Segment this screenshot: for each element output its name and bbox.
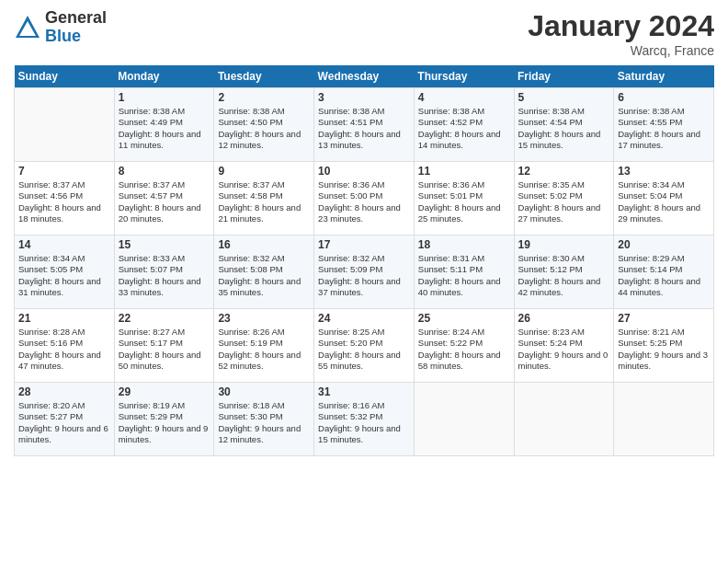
day-info: Sunrise: 8:32 AM Sunset: 5:08 PM Dayligh… — [218, 253, 310, 298]
calendar-cell: 12Sunrise: 8:35 AM Sunset: 5:02 PM Dayli… — [514, 162, 614, 236]
day-info: Sunrise: 8:21 AM Sunset: 5:25 PM Dayligh… — [618, 327, 710, 372]
col-monday: Monday — [114, 65, 214, 88]
calendar-cell: 18Sunrise: 8:31 AM Sunset: 5:11 PM Dayli… — [414, 236, 514, 309]
calendar-cell: 27Sunrise: 8:21 AM Sunset: 5:25 PM Dayli… — [614, 309, 714, 383]
day-info: Sunrise: 8:38 AM Sunset: 4:55 PM Dayligh… — [618, 106, 710, 151]
day-info: Sunrise: 8:16 AM Sunset: 5:32 PM Dayligh… — [318, 400, 410, 445]
logo-text: General Blue — [45, 9, 107, 46]
calendar-cell — [614, 383, 714, 456]
col-friday: Friday — [514, 65, 614, 88]
calendar-cell: 24Sunrise: 8:25 AM Sunset: 5:20 PM Dayli… — [314, 309, 415, 383]
day-number: 2 — [218, 91, 310, 104]
col-wednesday: Wednesday — [314, 65, 415, 88]
day-info: Sunrise: 8:24 AM Sunset: 5:22 PM Dayligh… — [418, 327, 510, 372]
calendar-cell: 13Sunrise: 8:34 AM Sunset: 5:04 PM Dayli… — [614, 162, 714, 236]
day-info: Sunrise: 8:32 AM Sunset: 5:09 PM Dayligh… — [318, 253, 410, 298]
day-info: Sunrise: 8:38 AM Sunset: 4:54 PM Dayligh… — [518, 106, 610, 151]
calendar-cell — [15, 88, 115, 162]
day-info: Sunrise: 8:38 AM Sunset: 4:50 PM Dayligh… — [218, 106, 310, 151]
day-number: 9 — [218, 165, 310, 178]
day-number: 22 — [119, 312, 210, 325]
calendar-cell: 6Sunrise: 8:38 AM Sunset: 4:55 PM Daylig… — [614, 88, 714, 162]
day-number: 6 — [618, 91, 710, 104]
day-info: Sunrise: 8:38 AM Sunset: 4:52 PM Dayligh… — [418, 106, 510, 151]
day-number: 28 — [18, 385, 110, 398]
calendar-cell: 1Sunrise: 8:38 AM Sunset: 4:49 PM Daylig… — [114, 88, 214, 162]
day-number: 1 — [119, 91, 210, 104]
day-number: 29 — [119, 385, 210, 398]
calendar-cell: 16Sunrise: 8:32 AM Sunset: 5:08 PM Dayli… — [214, 236, 314, 309]
day-number: 12 — [518, 165, 610, 178]
header: General Blue January 2024 Warcq, France — [14, 9, 714, 58]
day-info: Sunrise: 8:23 AM Sunset: 5:24 PM Dayligh… — [518, 327, 610, 372]
day-info: Sunrise: 8:25 AM Sunset: 5:20 PM Dayligh… — [318, 327, 410, 372]
day-info: Sunrise: 8:37 AM Sunset: 4:56 PM Dayligh… — [18, 179, 110, 224]
day-number: 15 — [119, 238, 210, 251]
header-row: Sunday Monday Tuesday Wednesday Thursday… — [15, 65, 714, 88]
day-number: 26 — [518, 312, 610, 325]
page-container: General Blue January 2024 Warcq, France … — [0, 0, 728, 465]
calendar-cell: 20Sunrise: 8:29 AM Sunset: 5:14 PM Dayli… — [614, 236, 714, 309]
calendar-cell — [414, 383, 514, 456]
day-number: 17 — [318, 238, 410, 251]
day-number: 21 — [18, 312, 110, 325]
calendar-cell: 31Sunrise: 8:16 AM Sunset: 5:32 PM Dayli… — [314, 383, 415, 456]
calendar-cell: 3Sunrise: 8:38 AM Sunset: 4:51 PM Daylig… — [314, 88, 415, 162]
calendar-cell: 11Sunrise: 8:36 AM Sunset: 5:01 PM Dayli… — [414, 162, 514, 236]
day-info: Sunrise: 8:28 AM Sunset: 5:16 PM Dayligh… — [18, 327, 110, 372]
calendar-cell: 25Sunrise: 8:24 AM Sunset: 5:22 PM Dayli… — [414, 309, 514, 383]
calendar-cell: 30Sunrise: 8:18 AM Sunset: 5:30 PM Dayli… — [214, 383, 314, 456]
day-number: 13 — [618, 165, 710, 178]
day-info: Sunrise: 8:31 AM Sunset: 5:11 PM Dayligh… — [418, 253, 510, 298]
calendar-week-4: 21Sunrise: 8:28 AM Sunset: 5:16 PM Dayli… — [15, 309, 714, 383]
day-info: Sunrise: 8:35 AM Sunset: 5:02 PM Dayligh… — [518, 179, 610, 224]
calendar-cell: 10Sunrise: 8:36 AM Sunset: 5:00 PM Dayli… — [314, 162, 415, 236]
location: Warcq, France — [528, 43, 714, 58]
calendar-cell: 8Sunrise: 8:37 AM Sunset: 4:57 PM Daylig… — [114, 162, 214, 236]
day-info: Sunrise: 8:29 AM Sunset: 5:14 PM Dayligh… — [618, 253, 710, 298]
day-number: 3 — [318, 91, 410, 104]
col-saturday: Saturday — [614, 65, 714, 88]
day-info: Sunrise: 8:34 AM Sunset: 5:05 PM Dayligh… — [18, 253, 110, 298]
day-number: 25 — [418, 312, 510, 325]
calendar-cell — [514, 383, 614, 456]
day-number: 10 — [318, 165, 410, 178]
day-number: 23 — [218, 312, 310, 325]
day-number: 19 — [518, 238, 610, 251]
calendar-body: 1Sunrise: 8:38 AM Sunset: 4:49 PM Daylig… — [15, 88, 714, 456]
calendar-header: Sunday Monday Tuesday Wednesday Thursday… — [15, 65, 714, 88]
day-info: Sunrise: 8:37 AM Sunset: 4:58 PM Dayligh… — [218, 179, 310, 224]
day-number: 14 — [18, 238, 110, 251]
calendar-cell: 29Sunrise: 8:19 AM Sunset: 5:29 PM Dayli… — [114, 383, 214, 456]
day-number: 5 — [518, 91, 610, 104]
calendar-cell: 23Sunrise: 8:26 AM Sunset: 5:19 PM Dayli… — [214, 309, 314, 383]
day-info: Sunrise: 8:26 AM Sunset: 5:19 PM Dayligh… — [218, 327, 310, 372]
col-thursday: Thursday — [414, 65, 514, 88]
day-info: Sunrise: 8:33 AM Sunset: 5:07 PM Dayligh… — [119, 253, 210, 298]
calendar-cell: 4Sunrise: 8:38 AM Sunset: 4:52 PM Daylig… — [414, 88, 514, 162]
day-info: Sunrise: 8:18 AM Sunset: 5:30 PM Dayligh… — [218, 400, 310, 445]
logo: General Blue — [14, 9, 107, 46]
logo-blue-text: Blue — [45, 28, 107, 46]
calendar-cell: 14Sunrise: 8:34 AM Sunset: 5:05 PM Dayli… — [15, 236, 115, 309]
day-info: Sunrise: 8:38 AM Sunset: 4:51 PM Dayligh… — [318, 106, 410, 151]
calendar-week-1: 1Sunrise: 8:38 AM Sunset: 4:49 PM Daylig… — [15, 88, 714, 162]
day-info: Sunrise: 8:27 AM Sunset: 5:17 PM Dayligh… — [119, 327, 210, 372]
calendar-week-5: 28Sunrise: 8:20 AM Sunset: 5:27 PM Dayli… — [15, 383, 714, 456]
day-number: 18 — [418, 238, 510, 251]
day-number: 30 — [218, 385, 310, 398]
calendar-week-3: 14Sunrise: 8:34 AM Sunset: 5:05 PM Dayli… — [15, 236, 714, 309]
day-info: Sunrise: 8:36 AM Sunset: 5:00 PM Dayligh… — [318, 179, 410, 224]
day-info: Sunrise: 8:37 AM Sunset: 4:57 PM Dayligh… — [119, 179, 210, 224]
calendar-cell: 26Sunrise: 8:23 AM Sunset: 5:24 PM Dayli… — [514, 309, 614, 383]
day-info: Sunrise: 8:36 AM Sunset: 5:01 PM Dayligh… — [418, 179, 510, 224]
day-number: 8 — [119, 165, 210, 178]
calendar-cell: 15Sunrise: 8:33 AM Sunset: 5:07 PM Dayli… — [114, 236, 214, 309]
calendar-cell: 19Sunrise: 8:30 AM Sunset: 5:12 PM Dayli… — [514, 236, 614, 309]
day-number: 7 — [18, 165, 110, 178]
day-info: Sunrise: 8:20 AM Sunset: 5:27 PM Dayligh… — [18, 400, 110, 445]
calendar-cell: 9Sunrise: 8:37 AM Sunset: 4:58 PM Daylig… — [214, 162, 314, 236]
calendar-cell: 2Sunrise: 8:38 AM Sunset: 4:50 PM Daylig… — [214, 88, 314, 162]
calendar-cell: 21Sunrise: 8:28 AM Sunset: 5:16 PM Dayli… — [15, 309, 115, 383]
calendar-cell: 28Sunrise: 8:20 AM Sunset: 5:27 PM Dayli… — [15, 383, 115, 456]
